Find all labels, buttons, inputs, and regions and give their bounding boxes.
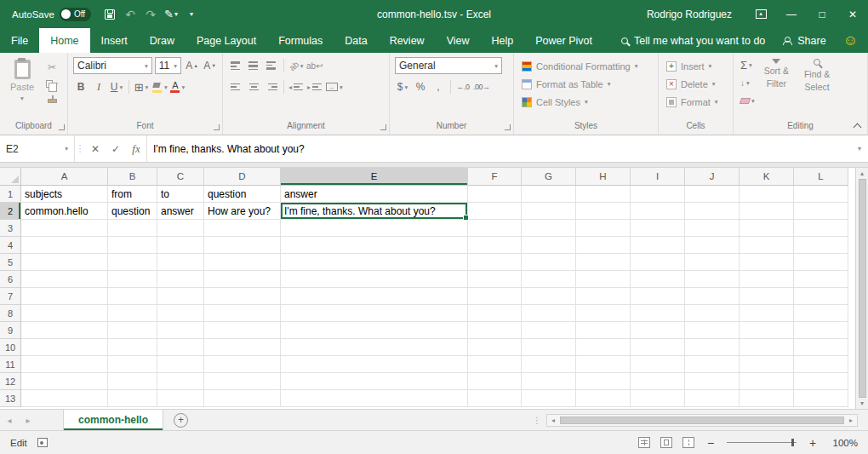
tab-help[interactable]: Help [481,28,525,53]
user-name[interactable]: Rodrigo Rodriguez [647,9,732,20]
cell-K11[interactable] [740,356,794,373]
cell-A1[interactable]: subjects [21,186,108,203]
cell-A7[interactable] [21,288,108,305]
orientation-button[interactable]: ab▾ [288,57,304,74]
row-header-12[interactable]: 12 [0,373,21,390]
sheet-nav-right[interactable]: ▸ [19,416,37,425]
col-header-J[interactable]: J [685,168,740,186]
page-layout-view-button[interactable] [660,437,672,448]
cell-I8[interactable] [631,305,685,322]
maximize-button[interactable]: □ [807,0,837,28]
collapse-ribbon-button[interactable] [854,123,860,129]
tab-data[interactable]: Data [334,28,378,53]
align-bottom-button[interactable] [264,57,279,74]
cell-D12[interactable] [204,373,281,390]
cell-H6[interactable] [576,271,631,288]
cell-F9[interactable] [468,322,522,339]
cell-F5[interactable] [468,254,522,271]
zoom-thumb[interactable] [791,439,794,446]
align-top-button[interactable] [228,57,243,74]
cell-B6[interactable] [108,271,157,288]
cell-D8[interactable] [204,305,281,322]
cell-I1[interactable] [631,186,685,203]
cell-B5[interactable] [108,254,157,271]
cell-F3[interactable] [468,220,522,237]
cell-J3[interactable] [685,220,740,237]
zoom-slider[interactable] [727,437,797,448]
cell-J1[interactable] [685,186,740,203]
cell-J9[interactable] [685,322,740,339]
wrap-text-button[interactable]: ab↩ [306,57,323,74]
normal-view-button[interactable] [638,437,650,448]
cell-J2[interactable] [685,203,740,220]
row-header-6[interactable]: 6 [0,271,21,288]
cell-C3[interactable] [157,220,204,237]
cell-E12[interactable] [281,373,468,390]
cell-J10[interactable] [685,339,740,356]
cell-A10[interactable] [21,339,108,356]
cell-B8[interactable] [108,305,157,322]
horizontal-scroll-thumb[interactable] [560,417,844,424]
cell-F8[interactable] [468,305,522,322]
insert-cells-button[interactable]: +Insert▾ [664,57,728,75]
cell-E9[interactable] [281,322,468,339]
cell-K13[interactable] [740,390,794,407]
cell-J5[interactable] [685,254,740,271]
cell-A8[interactable] [21,305,108,322]
decrease-font-size-button[interactable]: A▾ [202,57,217,74]
cancel-button[interactable]: ✕ [85,135,106,162]
close-button[interactable]: ✕ [837,0,868,28]
tab-view[interactable]: View [436,28,481,53]
row-header-2[interactable]: 2 [0,203,21,220]
cell-G4[interactable] [522,237,576,254]
cell-G2[interactable] [522,203,576,220]
sheet-tab-common-hello[interactable]: common-hello [63,410,163,430]
formula-input[interactable]: I'm fine, thanks. What about you? [146,135,851,162]
cell-I5[interactable] [631,254,685,271]
tab-power-pivot[interactable]: Power Pivot [524,28,603,53]
cell-D2[interactable]: How are you? [204,203,281,220]
horizontal-scrollbar[interactable]: ◂ ▸ [546,414,858,427]
row-header-13[interactable]: 13 [0,390,21,407]
scroll-left-arrow[interactable]: ◂ [547,417,559,424]
cell-G11[interactable] [522,356,576,373]
number-dialog-launcher[interactable] [505,124,511,130]
vertical-scroll-thumb[interactable] [859,179,866,398]
redo-button[interactable]: ↷ [140,0,161,28]
cell-L5[interactable] [794,254,848,271]
cell-B11[interactable] [108,356,157,373]
cell-C9[interactable] [157,322,204,339]
cell-A11[interactable] [21,356,108,373]
row-header-8[interactable]: 8 [0,305,21,322]
cell-I11[interactable] [631,356,685,373]
tellme-box[interactable]: Tell me what you want to do [621,35,765,47]
borders-button[interactable]: ⊞▾ [134,78,149,95]
cell-J8[interactable] [685,305,740,322]
formula-bar-expand-button[interactable]: ▾ [851,135,868,162]
cell-K10[interactable] [740,339,794,356]
decrease-indent-button[interactable]: ◂ [288,78,305,95]
cell-G10[interactable] [522,339,576,356]
tab-draw[interactable]: Draw [139,28,186,53]
col-header-D[interactable]: D [204,168,281,186]
cell-I9[interactable] [631,322,685,339]
cell-K6[interactable] [740,271,794,288]
cell-E3[interactable] [281,220,468,237]
cell-F13[interactable] [468,390,522,407]
cell-K3[interactable] [740,220,794,237]
cell-B10[interactable] [108,339,157,356]
cell-D10[interactable] [204,339,281,356]
cell-L3[interactable] [794,220,848,237]
cell-E7[interactable] [281,288,468,305]
cell-K9[interactable] [740,322,794,339]
name-box[interactable]: E2 ▾ [0,135,75,162]
format-painter-button[interactable] [44,94,60,108]
cell-H4[interactable] [576,237,631,254]
cell-F12[interactable] [468,373,522,390]
cell-B1[interactable]: from [108,186,157,203]
cell-B13[interactable] [108,390,157,407]
cell-C13[interactable] [157,390,204,407]
increase-font-size-button[interactable]: A▴ [184,57,199,74]
increase-indent-button[interactable]: ▸ [307,78,323,95]
cell-E5[interactable] [281,254,468,271]
